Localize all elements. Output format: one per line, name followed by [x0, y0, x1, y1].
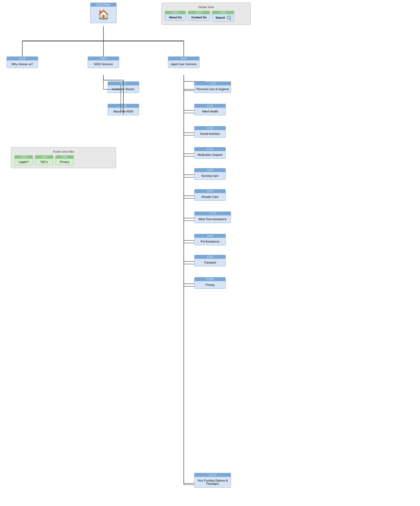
search-label: Search [212, 14, 234, 22]
node-social-activities[interactable]: 2.3.0 Social Activities [194, 126, 226, 138]
global-tool-search[interactable]: 0.3.0 Search [212, 11, 234, 22]
footer-links-box: Footer-only links 1.0.0 Legals? 1.0.0 T&… [11, 147, 116, 168]
node-personal-care[interactable]: 2.1.0 Personal Care & Hygiene [194, 81, 231, 93]
ndis-label: NDIS Services [88, 60, 119, 68]
home-icon: 🏠 [98, 9, 109, 20]
node-pricing[interactable]: 2.10.0 Pricing [194, 277, 226, 289]
global-tools-title: Global Tools [165, 6, 247, 9]
node-transport[interactable]: 2.9.0 Transport [194, 255, 226, 266]
medication-support-label: Medication Support [194, 151, 226, 159]
respite-care-id: 2.6.0 [194, 189, 226, 193]
privacy-label: Privacy [55, 159, 74, 165]
about-ndis-id: 2.2.0 [108, 104, 139, 108]
search-id: 0.3.0 [212, 11, 234, 14]
funding-options-id: 2.11.0 [194, 473, 231, 477]
footer-links-items: 1.0.0 Legals? 1.0.0 T&C's 1.0.0 Privacy [14, 155, 113, 165]
legals-label: Legals? [14, 159, 33, 165]
home-icon-box: 🏠 [90, 7, 117, 23]
social-activities-id: 2.3.0 [194, 126, 226, 130]
nursing-care-label: Nursing Care [194, 172, 226, 180]
footer-link-tac[interactable]: 1.0.0 T&C's [35, 155, 53, 165]
search-icon [227, 16, 231, 20]
node-nursing-care[interactable]: 2.5.0 Nursing Care [194, 168, 226, 180]
allied-health-id: 2.2.0 [194, 104, 226, 108]
node-about-ndis[interactable]: 2.2.0 About the NDIS [108, 104, 139, 115]
pricing-label: Pricing [194, 281, 226, 289]
funding-options-label: Your Funding Options & Packages [194, 477, 231, 488]
node-ndis-services[interactable]: 2.0.0 NDIS Services [88, 56, 119, 68]
node-pet-assistance[interactable]: 2.8.0 Pet Assistance [194, 234, 226, 245]
about-ndis-label: About the NDIS [108, 108, 139, 115]
why-choose-label: Why choose us? [7, 60, 38, 68]
diagram-container: 0.0.0 Home 🏠 Global Tools 0.1.0 About Us… [0, 0, 420, 506]
contact-us-id: 0.2.0 [188, 11, 210, 14]
respite-care-label: Respite Care [194, 193, 226, 201]
footer-link-legals[interactable]: 1.0.0 Legals? [14, 155, 33, 165]
meal-time-label: Meal Time Assistance [194, 215, 231, 223]
node-why-choose-us[interactable]: 1.0.0 Why choose us? [7, 56, 38, 68]
aged-care-id: 3.0.0 [168, 56, 200, 60]
allied-health-label: Allied Health [194, 108, 226, 115]
contact-us-label: Contact Us [188, 14, 210, 21]
pet-assistance-id: 2.8.0 [194, 234, 226, 238]
node-customer-stories[interactable]: 2.1.0 Customer Stories [108, 81, 139, 93]
home-node[interactable]: 0.0.0 Home 🏠 [90, 3, 117, 23]
pricing-id: 2.10.0 [194, 277, 226, 281]
personal-care-label: Personal Care & Hygiene [194, 85, 231, 93]
node-aged-care[interactable]: 3.0.0 Aged Care Services [168, 56, 200, 68]
node-allied-health[interactable]: 2.2.0 Allied Health [194, 104, 226, 115]
ndis-lines [0, 0, 420, 506]
meal-time-id: 2.7.0 [194, 211, 231, 215]
global-tools-box: Global Tools 0.1.0 About Us 0.2.0 Contac… [161, 3, 251, 25]
nursing-care-id: 2.5.0 [194, 168, 226, 172]
customer-stories-label: Customer Stories [108, 85, 139, 93]
connector-lines [0, 0, 420, 506]
customer-stories-id: 2.1.0 [108, 81, 139, 85]
pet-assistance-label: Pet Assistance [194, 238, 226, 245]
node-funding-options[interactable]: 2.11.0 Your Funding Options & Packages [194, 473, 231, 488]
home-label: 0.0.0 Home [90, 3, 117, 7]
node-respite-care[interactable]: 2.6.0 Respite Care [194, 189, 226, 201]
personal-care-id: 2.1.0 [194, 81, 231, 85]
node-meal-time[interactable]: 2.7.0 Meal Time Assistance [194, 211, 231, 223]
about-us-id: 0.1.0 [165, 11, 186, 14]
aged-care-label: Aged Care Services [168, 60, 200, 68]
medication-support-id: 2.4.0 [194, 147, 226, 151]
footer-links-title: Footer-only links [14, 150, 113, 153]
social-activities-label: Social Activities [194, 130, 226, 138]
tac-id: 1.0.0 [35, 155, 53, 159]
footer-link-privacy[interactable]: 1.0.0 Privacy [55, 155, 74, 165]
global-tool-contact[interactable]: 0.2.0 Contact Us [188, 11, 210, 22]
legals-id: 1.0.0 [14, 155, 33, 159]
why-choose-id: 1.0.0 [7, 56, 38, 60]
about-us-label: About Us [165, 14, 186, 21]
global-tool-about[interactable]: 0.1.0 About Us [165, 11, 186, 22]
ndis-id: 2.0.0 [88, 56, 119, 60]
transport-label: Transport [194, 259, 226, 266]
tac-label: T&C's [35, 159, 53, 165]
all-connector-lines [0, 0, 420, 506]
global-tools-items: 0.1.0 About Us 0.2.0 Contact Us 0.3.0 Se… [165, 11, 247, 22]
node-medication-support[interactable]: 2.4.0 Medication Support [194, 147, 226, 159]
transport-id: 2.9.0 [194, 255, 226, 259]
privacy-id: 1.0.0 [55, 155, 74, 159]
